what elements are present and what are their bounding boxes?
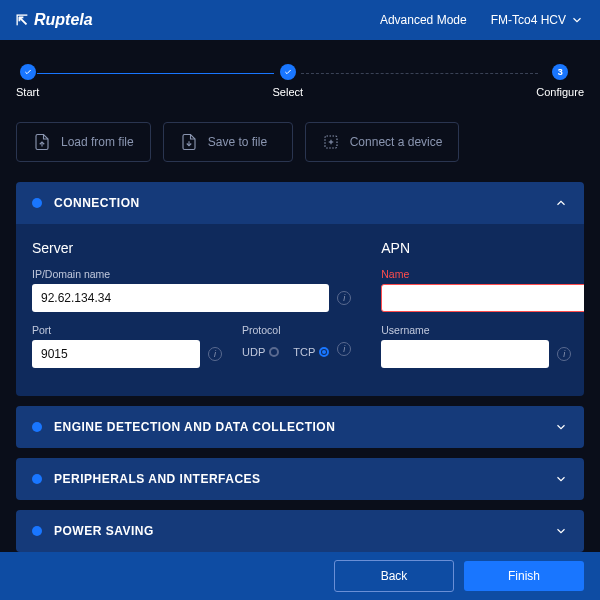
button-label: Load from file: [61, 135, 134, 149]
panel-header-peripherals[interactable]: PERIPHERALS AND INTERFACES: [16, 458, 584, 500]
panel-status-dot: [32, 198, 42, 208]
server-heading: Server: [32, 240, 351, 256]
panel-engine: ENGINE DETECTION AND DATA COLLECTION: [16, 406, 584, 448]
apn-heading: APN: [381, 240, 584, 256]
protocol-label: Protocol: [242, 324, 351, 336]
panel-status-dot: [32, 422, 42, 432]
panel-header-engine[interactable]: ENGINE DETECTION AND DATA COLLECTION: [16, 406, 584, 448]
chevron-up-icon: [554, 196, 568, 210]
device-selector[interactable]: FM-Tco4 HCV: [491, 13, 584, 27]
panel-connection: CONNECTION Server IP/Domain name i Port: [16, 182, 584, 396]
info-icon[interactable]: i: [337, 291, 351, 305]
step-line: [301, 73, 538, 74]
info-icon[interactable]: i: [337, 342, 351, 356]
actions-row: Load from file Save to file Connect a de…: [0, 114, 600, 182]
panel-peripherals: PERIPHERALS AND INTERFACES: [16, 458, 584, 500]
panel-status-dot: [32, 526, 42, 536]
step-select[interactable]: Select: [272, 64, 303, 98]
back-button[interactable]: Back: [334, 560, 454, 592]
plus-device-icon: [322, 133, 340, 151]
button-label: Connect a device: [350, 135, 443, 149]
check-icon: [24, 68, 32, 76]
panel-title: ENGINE DETECTION AND DATA COLLECTION: [54, 420, 335, 434]
download-file-icon: [180, 133, 198, 151]
step-label: Configure: [536, 86, 584, 98]
port-input[interactable]: [32, 340, 200, 368]
step-circle-done: [280, 64, 296, 80]
connect-device-button[interactable]: Connect a device: [305, 122, 460, 162]
step-circle-done: [20, 64, 36, 80]
chevron-down-icon: [554, 472, 568, 486]
main-content: Start Select 3 Configure Load from file …: [0, 40, 600, 552]
username-input[interactable]: [381, 340, 549, 368]
port-label: Port: [32, 324, 222, 336]
stepper: Start Select 3 Configure: [0, 40, 600, 114]
protocol-radio-group: UDP TCP: [242, 340, 329, 358]
panel-header-power[interactable]: POWER SAVING: [16, 510, 584, 552]
protocol-udp-option[interactable]: UDP: [242, 346, 279, 358]
load-from-file-button[interactable]: Load from file: [16, 122, 151, 162]
chevron-down-icon: [554, 524, 568, 538]
apn-name-label: Name: [381, 268, 584, 280]
radio-label: TCP: [293, 346, 315, 358]
step-line: [37, 73, 274, 74]
chevron-down-icon: [554, 420, 568, 434]
step-start[interactable]: Start: [16, 64, 39, 98]
step-circle-active: 3: [552, 64, 568, 80]
protocol-tcp-option[interactable]: TCP: [293, 346, 329, 358]
panel-power: POWER SAVING: [16, 510, 584, 552]
info-icon[interactable]: i: [557, 347, 571, 361]
apn-column: APN Name i Username i: [381, 240, 584, 380]
panel-title: POWER SAVING: [54, 524, 154, 538]
panel-header-connection[interactable]: CONNECTION: [16, 182, 584, 224]
chevron-down-icon: [570, 13, 584, 27]
brand-icon: ⇱: [16, 12, 28, 28]
header-bar: ⇱ Ruptela Advanced Mode FM-Tco4 HCV: [0, 0, 600, 40]
panel-status-dot: [32, 474, 42, 484]
info-icon[interactable]: i: [208, 347, 222, 361]
brand-logo: ⇱ Ruptela: [16, 11, 93, 29]
ip-input[interactable]: [32, 284, 329, 312]
step-label: Start: [16, 86, 39, 98]
upload-file-icon: [33, 133, 51, 151]
device-label: FM-Tco4 HCV: [491, 13, 566, 27]
radio-icon: [319, 347, 329, 357]
save-to-file-button[interactable]: Save to file: [163, 122, 293, 162]
brand-text: Ruptela: [34, 11, 93, 29]
advanced-mode-link[interactable]: Advanced Mode: [380, 13, 467, 27]
step-label: Select: [272, 86, 303, 98]
server-column: Server IP/Domain name i Port i: [32, 240, 351, 380]
apn-name-input[interactable]: [381, 284, 584, 312]
footer-bar: Back Finish: [0, 552, 600, 600]
panel-body-connection: Server IP/Domain name i Port i: [16, 224, 584, 396]
panel-title: PERIPHERALS AND INTERFACES: [54, 472, 261, 486]
button-label: Save to file: [208, 135, 267, 149]
check-icon: [284, 68, 292, 76]
finish-button[interactable]: Finish: [464, 561, 584, 591]
username-label: Username: [381, 324, 571, 336]
radio-label: UDP: [242, 346, 265, 358]
radio-icon: [269, 347, 279, 357]
ip-label: IP/Domain name: [32, 268, 351, 280]
step-configure[interactable]: 3 Configure: [536, 64, 584, 98]
panel-title: CONNECTION: [54, 196, 140, 210]
